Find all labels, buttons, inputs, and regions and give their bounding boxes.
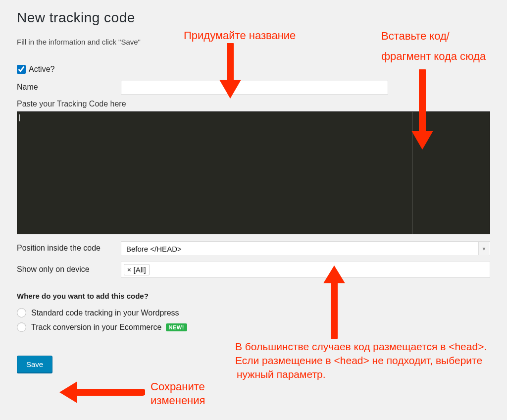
svg-marker-3 [411, 131, 433, 150]
anno-save-l2: изменения [151, 394, 205, 408]
close-icon[interactable]: × [127, 266, 131, 273]
radio-standard-tracking[interactable]: Standard code tracking in your Wordpress [17, 308, 490, 317]
arrow-left-icon [58, 378, 145, 406]
page-title: New tracking code [17, 10, 490, 26]
device-tag-all[interactable]: × [All] [124, 264, 150, 275]
device-tag-input[interactable]: × [All] [121, 261, 490, 278]
anno-name: Придумайте название [184, 29, 296, 43]
anno-pos-l2: Если размещение в <head> не подходит, вы… [235, 354, 482, 367]
arrow-up-icon [319, 264, 349, 339]
radio-icon [17, 308, 26, 317]
radio-standard-label: Standard code tracking in your Wordpress [31, 309, 179, 317]
position-label: Position inside the code [17, 241, 121, 254]
radio-conversion-label: Track conversion in your Ecommerce [31, 323, 162, 332]
arrow-down-icon [407, 69, 437, 154]
position-select-value: Before </HEAD> [126, 245, 182, 253]
active-checkbox[interactable] [17, 65, 26, 74]
cursor-icon [19, 114, 20, 121]
chevron-down-icon: ▼ [478, 242, 489, 255]
new-badge: NEW! [166, 323, 187, 331]
anno-pos-l1: В большинстве случаев код размещается в … [235, 340, 487, 353]
arrow-down-icon [215, 43, 245, 102]
position-select[interactable]: Before </HEAD> ▼ [121, 241, 490, 256]
device-tag-label: [All] [134, 265, 146, 274]
radio-icon [17, 322, 26, 332]
device-label: Show only on device [17, 265, 121, 274]
anno-save-l1: Сохраните [151, 380, 205, 394]
active-label: Active? [29, 65, 54, 74]
anno-code-l1: Вставьте код/ [381, 29, 450, 44]
name-label: Name [17, 83, 121, 92]
save-button[interactable]: Save [17, 356, 52, 373]
anno-pos-l3: нужный параметр. [237, 368, 326, 381]
where-add-code-question: Where do you want to add this code? [17, 292, 490, 300]
name-input[interactable] [121, 80, 388, 95]
radio-track-conversion[interactable]: Track conversion in your Ecommerce NEW! [17, 322, 490, 332]
svg-marker-1 [219, 80, 241, 99]
anno-code-l2: фрагмент кода сюда [381, 50, 486, 64]
